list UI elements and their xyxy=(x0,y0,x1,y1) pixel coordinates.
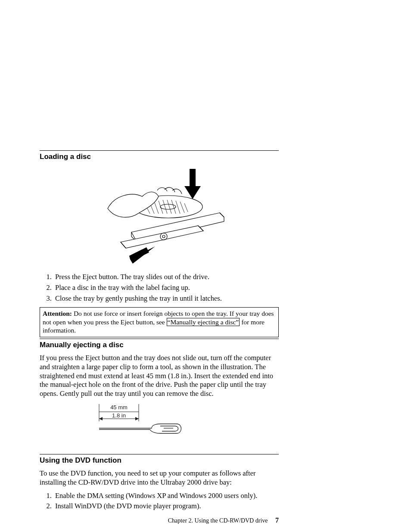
section-dvd-function: Using the DVD function To use the DVD fu… xyxy=(40,454,279,513)
dvd-function-paragraph: To use the DVD function, you need to set… xyxy=(40,469,279,487)
manual-eject-paragraph: If you press the Eject button and the tr… xyxy=(40,354,279,398)
heading-dvd-function: Using the DVD function xyxy=(40,456,279,465)
attention-note: Attention: Do not use force or insert fo… xyxy=(40,307,279,337)
page-content: Loading a disc xyxy=(40,0,279,532)
step-item: Install WinDVD (the DVD movie player pro… xyxy=(53,502,279,511)
svg-marker-17 xyxy=(99,417,103,420)
section-rule xyxy=(40,339,279,339)
step-item: Place a disc in the tray with the label … xyxy=(53,283,279,292)
section-manual-eject: Manually ejecting a disc If you press th… xyxy=(40,339,279,443)
manual-eject-link[interactable]: “Manually ejecting a disc” xyxy=(167,318,240,326)
heading-loading-disc: Loading a disc xyxy=(40,152,279,161)
dvd-steps: Enable the DMA setting (Windows XP and W… xyxy=(40,492,279,511)
svg-marker-18 xyxy=(135,417,139,420)
section-loading-disc: Loading a disc xyxy=(40,150,279,337)
attention-label: Attention: xyxy=(43,310,72,317)
footer-chapter: Chapter 2. Using the CD-RW/DVD drive xyxy=(168,517,268,524)
section-rule xyxy=(40,454,279,454)
section-rule xyxy=(40,150,279,151)
fig-label-in: 1.8 in xyxy=(112,412,126,419)
step-item: Press the Eject button. The tray slides … xyxy=(53,273,279,282)
step-item: Close the tray by gently pushing the tra… xyxy=(53,294,279,303)
loading-steps: Press the Eject button. The tray slides … xyxy=(40,273,279,303)
step-item: Enable the DMA setting (Windows XP and W… xyxy=(53,492,279,501)
fig-label-mm: 45 mm xyxy=(110,404,128,411)
page-footer: Chapter 2. Using the CD-RW/DVD drive 7 xyxy=(40,516,279,525)
paperclip-illustration: 45 mm 1.8 in xyxy=(96,402,186,437)
disc-loading-illustration xyxy=(90,165,228,267)
footer-page-number: 7 xyxy=(275,516,279,524)
heading-manual-eject: Manually ejecting a disc xyxy=(40,340,279,349)
